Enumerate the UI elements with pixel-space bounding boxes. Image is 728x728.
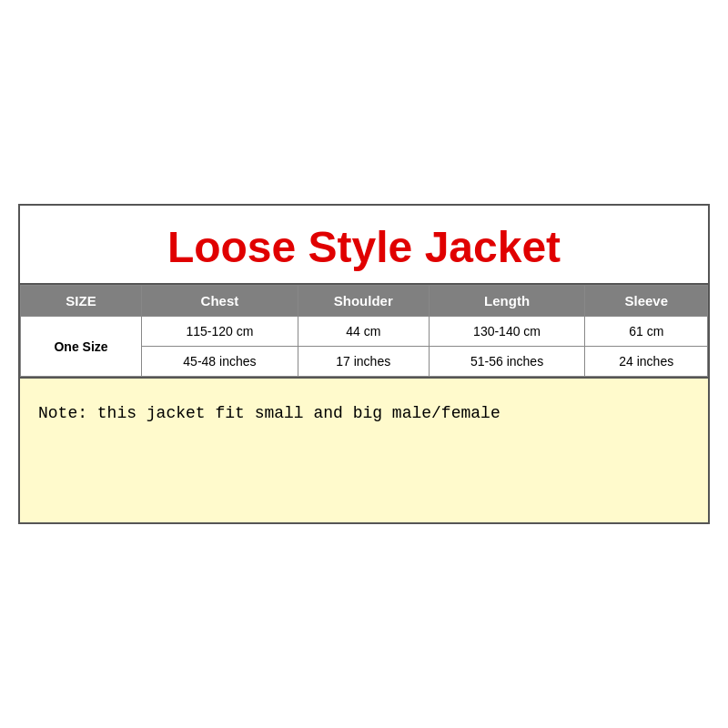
title-row: Loose Style Jacket <box>20 206 708 285</box>
sleeve-inch: 24 inches <box>585 347 708 377</box>
size-chart-card: Loose Style Jacket SIZE Chest Shoulder L… <box>18 204 710 524</box>
chart-title: Loose Style Jacket <box>167 223 561 271</box>
chest-inch: 45-48 inches <box>142 347 298 377</box>
chest-cm: 115-120 cm <box>142 317 298 347</box>
length-cm: 130-140 cm <box>429 317 585 347</box>
size-label: One Size <box>21 317 142 377</box>
shoulder-cm: 44 cm <box>298 317 429 347</box>
col-header-length: Length <box>429 286 585 317</box>
length-inch: 51-56 inches <box>429 347 585 377</box>
col-header-chest: Chest <box>142 286 298 317</box>
table-row-cm: One Size 115-120 cm 44 cm 130-140 cm 61 … <box>21 317 708 347</box>
size-table: SIZE Chest Shoulder Length Sleeve One Si… <box>20 285 708 377</box>
shoulder-inch: 17 inches <box>298 347 429 377</box>
table-header-row: SIZE Chest Shoulder Length Sleeve <box>21 286 708 317</box>
sleeve-cm: 61 cm <box>585 317 708 347</box>
col-header-size: SIZE <box>21 286 142 317</box>
note-text: Note: this jacket fit small and big male… <box>38 404 500 422</box>
note-section: Note: this jacket fit small and big male… <box>20 377 708 522</box>
col-header-sleeve: Sleeve <box>585 286 708 317</box>
col-header-shoulder: Shoulder <box>298 286 429 317</box>
page-wrapper: Loose Style Jacket SIZE Chest Shoulder L… <box>18 204 710 524</box>
